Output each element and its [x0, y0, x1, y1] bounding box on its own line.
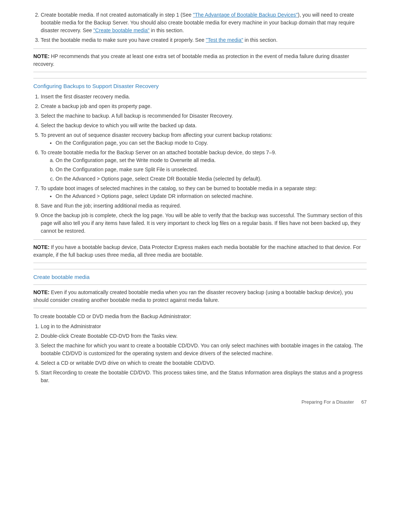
link-test-media[interactable]: "Test the media" [206, 37, 243, 43]
intro-list-item-2: Create bootable media. If not created au… [41, 11, 367, 34]
section1-step-5-bullet-1: On the Configuration page, you can set t… [56, 139, 367, 147]
section1-step-7-bullets: On the Advanced > Options page, select U… [41, 192, 367, 200]
section1-step-8: Save and Run the job; inserting addition… [41, 202, 367, 210]
section1-step-6a: On the Configuration page, set the Write… [56, 156, 367, 164]
section2-step-2: Double-click Create Bootable CD-DVD from… [41, 332, 367, 340]
note-label-3: NOTE: [33, 289, 50, 295]
section1-step-4: Select the backup device to which you wi… [41, 122, 367, 129]
note-text-1: HP recommends that you create at least o… [33, 53, 349, 67]
section1-step-7-bullet-1: On the Advanced > Options page, select U… [56, 192, 367, 200]
section1-heading: Configuring Backups to Support Disaster … [33, 78, 367, 89]
note-text-3: Even if you automatically created bootab… [33, 289, 353, 303]
page-container: Create bootable media. If not created au… [0, 0, 400, 532]
link-create-bootable-media-ref[interactable]: "Create bootable media" [93, 27, 150, 33]
footer-page-number: 67 [361, 399, 367, 405]
section1-step-5: To prevent an out of sequence disaster r… [41, 131, 367, 147]
section2-content: Log in to the Administrator Double-click… [33, 323, 367, 384]
section2-list: Log in to the Administrator Double-click… [33, 323, 367, 384]
section1-step-6: To create bootable media for the Backup … [41, 149, 367, 183]
section2-step-4: Select a CD or writable DVD drive on whi… [41, 359, 367, 367]
intro-list-item-3: Test the bootable media to make sure you… [41, 36, 367, 44]
note-box-3: NOTE: Even if you automatically created … [33, 284, 367, 308]
note-box-1: NOTE: HP recommends that you create at l… [33, 48, 367, 72]
section1-list: Insert the first disaster recovery media… [33, 93, 367, 235]
section1-step-2: Create a backup job and open its propert… [41, 102, 367, 110]
section2-step-5: Start Recording to create the bootable C… [41, 369, 367, 384]
section2-step-1: Log in to the Administrator [41, 323, 367, 330]
link-bootable-devices[interactable]: "The Advantage of Bootable Backup Device… [193, 12, 298, 18]
section1-step-7: To update boot images of selected machin… [41, 185, 367, 200]
note-label-1: NOTE: [33, 53, 50, 59]
note-text-2: If you have a bootable backup device, Da… [33, 244, 361, 258]
section2-intro: To create bootable CD or DVD media from … [33, 313, 367, 320]
note-label-2: NOTE: [33, 244, 50, 250]
footer: Preparing For a Disaster 67 [33, 399, 367, 405]
section1-content: Insert the first disaster recovery media… [33, 93, 367, 235]
footer-chapter: Preparing For a Disaster [301, 399, 354, 405]
section2-heading: Create bootable media [33, 269, 367, 280]
section2-step-3: Select the machine for which you want to… [41, 342, 367, 357]
section1-step-9: Once the backup job is complete, check t… [41, 212, 367, 235]
section1-step-6-alpha: On the Configuration page, set the Write… [41, 156, 367, 183]
intro-list: Create bootable media. If not created au… [33, 11, 367, 44]
intro-section: Create bootable media. If not created au… [33, 11, 367, 44]
note-box-2: NOTE: If you have a bootable backup devi… [33, 239, 367, 263]
section1-step-6c: On the Advanced > Options page, select C… [56, 175, 367, 183]
section1-step-3: Select the machine to backup. A full bac… [41, 112, 367, 120]
section1-step-5-bullets: On the Configuration page, you can set t… [41, 139, 367, 147]
section1-step-6b: On the Configuration page, make sure Spl… [56, 166, 367, 174]
section1-step-1: Insert the first disaster recovery media… [41, 93, 367, 101]
